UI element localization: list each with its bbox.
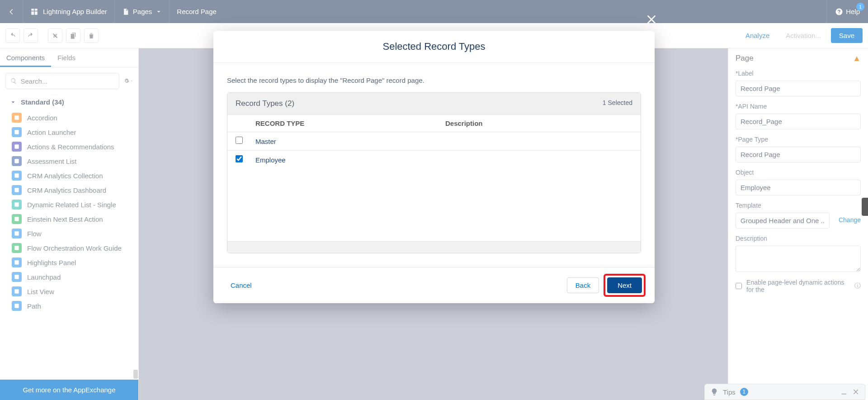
cancel-button[interactable]: Cancel [222, 278, 260, 293]
modal-footer: Cancel Back Next [213, 267, 655, 303]
col-description: Description [445, 119, 632, 127]
record-type-name: Employee [255, 156, 445, 164]
record-type-row[interactable]: Employee [227, 150, 641, 169]
rt-title: Record Types (2) [236, 99, 294, 108]
rt-selected-count: 1 Selected [603, 99, 632, 108]
col-record-type: RECORD TYPE [255, 119, 445, 127]
record-type-checkbox[interactable] [236, 155, 243, 162]
next-button[interactable]: Next [607, 277, 642, 293]
record-type-table: Record Types (2) 1 Selected RECORD TYPE … [227, 92, 641, 253]
modal-instruction: Select the record types to display the "… [227, 76, 641, 84]
record-type-name: Master [255, 138, 445, 145]
back-button[interactable]: Back [567, 277, 599, 293]
close-icon [646, 14, 657, 25]
record-type-checkbox[interactable] [236, 137, 243, 144]
next-highlight: Next [604, 274, 646, 297]
modal: Selected Record Types Select the record … [213, 31, 655, 303]
modal-title: Selected Record Types [213, 31, 655, 62]
modal-close-button[interactable] [646, 14, 657, 27]
record-type-row[interactable]: Master [227, 132, 641, 150]
modal-wrap: Selected Record Types Select the record … [0, 0, 868, 400]
